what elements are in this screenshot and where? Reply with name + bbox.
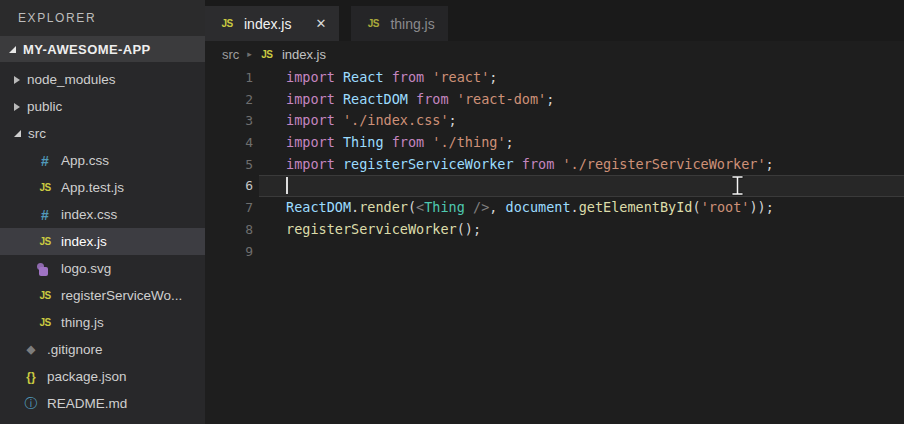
code-token: Thing xyxy=(424,199,465,215)
code-token: import xyxy=(286,91,335,107)
tree-item-label: public xyxy=(27,99,62,114)
tree-item-label: registerServiceWo... xyxy=(61,288,182,303)
json-file-icon: {} xyxy=(22,370,40,384)
line-number: 6 xyxy=(205,175,253,197)
code-token: < xyxy=(416,199,424,215)
code-token: registerServiceWorker xyxy=(343,156,514,172)
code-token: 'root' xyxy=(701,199,750,215)
tree-item-logo-svg[interactable]: logo.svg xyxy=(0,255,205,282)
code-token: './index.css' xyxy=(343,112,449,128)
code-line-4[interactable]: 4import Thing from './thing'; xyxy=(205,132,904,154)
code-line-5[interactable]: 5import registerServiceWorker from './re… xyxy=(205,154,904,176)
js-file-icon: JS xyxy=(36,236,54,247)
code-token: render xyxy=(359,199,408,215)
code-token xyxy=(335,112,343,128)
tab-index-js[interactable]: JSindex.js✕ xyxy=(205,6,339,41)
breadcrumb: src ▸ JS index.js xyxy=(205,41,904,67)
tree-item-src[interactable]: src xyxy=(0,120,205,147)
tree-item-yarn-lock[interactable]: yarn.lock xyxy=(0,417,205,424)
line-content: import Thing from './thing'; xyxy=(286,132,514,154)
line-number: 3 xyxy=(205,110,253,132)
tab-bar: JSindex.js✕JSthing.js xyxy=(205,0,904,41)
tree-item-label: index.css xyxy=(61,207,117,222)
file-tree: node_modulespublicsrc#App.cssJSApp.test.… xyxy=(0,62,205,424)
code-token xyxy=(449,91,457,107)
tree-item-readme-md[interactable]: ⓘREADME.md xyxy=(0,390,205,417)
code-token xyxy=(384,69,392,85)
code-token: )); xyxy=(749,199,773,215)
code-line-3[interactable]: 3import './index.css'; xyxy=(205,110,904,132)
tree-item-label: index.js xyxy=(61,234,107,249)
close-icon[interactable]: ✕ xyxy=(315,16,326,31)
code-token: ; xyxy=(449,112,457,128)
js-file-icon: JS xyxy=(260,49,274,60)
editor-group: JSindex.js✕JSthing.js src ▸ JS index.js … xyxy=(205,0,904,424)
info-file-icon: ⓘ xyxy=(22,395,40,413)
tree-item-app-test-js[interactable]: JSApp.test.js xyxy=(0,174,205,201)
line-content: import React from 'react'; xyxy=(286,67,497,89)
chevron-collapsed-icon[interactable] xyxy=(14,76,20,84)
code-token: registerServiceWorker xyxy=(286,221,457,237)
tree-item-app-css[interactable]: #App.css xyxy=(0,147,205,174)
code-token: . xyxy=(351,199,359,215)
breadcrumb-folder[interactable]: src xyxy=(222,47,239,62)
line-number: 9 xyxy=(205,241,253,263)
code-token: ( xyxy=(408,199,416,215)
js-file-icon: JS xyxy=(36,317,54,328)
tree-item-label: App.test.js xyxy=(61,180,124,195)
code-token: from xyxy=(522,156,555,172)
project-folder-label: MY-AWESOME-APP xyxy=(23,42,151,57)
tree-item-index-js[interactable]: JSindex.js xyxy=(0,228,205,255)
tree-item-label: node_modules xyxy=(27,72,116,87)
code-token xyxy=(335,91,343,107)
line-content: registerServiceWorker(); xyxy=(286,219,481,241)
tab-thing-js[interactable]: JSthing.js xyxy=(351,6,447,41)
tree-item-thing-js[interactable]: JSthing.js xyxy=(0,309,205,336)
tree-item-registerservicewo[interactable]: JSregisterServiceWo... xyxy=(0,282,205,309)
tree-item-label: package.json xyxy=(47,369,127,384)
code-token: (); xyxy=(457,221,481,237)
breadcrumb-file[interactable]: index.js xyxy=(282,47,326,62)
line-number: 5 xyxy=(205,154,253,176)
code-token: ReactDOM xyxy=(286,199,351,215)
code-token xyxy=(384,134,392,150)
code-line-7[interactable]: 7ReactDOM.render(<Thing />, document.get… xyxy=(205,197,904,219)
tree-item-public[interactable]: public xyxy=(0,93,205,120)
code-token: 'react-dom' xyxy=(457,91,546,107)
code-token: ; xyxy=(546,91,554,107)
tree-item-node-modules[interactable]: node_modules xyxy=(0,66,205,93)
css-file-icon: # xyxy=(36,207,54,223)
js-file-icon: JS xyxy=(364,18,382,29)
code-editor[interactable]: 1import React from 'react';2import React… xyxy=(205,67,904,424)
code-line-6[interactable]: 6 xyxy=(205,175,904,197)
tree-item-label: App.css xyxy=(61,153,109,168)
code-token xyxy=(408,91,416,107)
explorer-panel-title: EXPLORER xyxy=(0,0,205,36)
code-token: document xyxy=(506,199,571,215)
code-line-8[interactable]: 8registerServiceWorker(); xyxy=(205,219,904,241)
tree-item-label: thing.js xyxy=(61,315,104,330)
code-line-9[interactable]: 9 xyxy=(205,241,904,263)
code-token: ; xyxy=(489,69,497,85)
vscode-window: EXPLORER MY-AWESOME-APP node_modulespubl… xyxy=(0,0,904,424)
line-number: 7 xyxy=(205,197,253,219)
code-token: ReactDOM xyxy=(343,91,408,107)
code-line-1[interactable]: 1import React from 'react'; xyxy=(205,67,904,89)
tree-item-package-json[interactable]: {}package.json xyxy=(0,363,205,390)
code-token: . xyxy=(571,199,579,215)
tree-item-gitignore[interactable]: ◆.gitignore xyxy=(0,336,205,363)
code-line-2[interactable]: 2import ReactDOM from 'react-dom'; xyxy=(205,89,904,111)
tree-item-index-css[interactable]: #index.css xyxy=(0,201,205,228)
code-token: from xyxy=(392,134,425,150)
project-folder-header[interactable]: MY-AWESOME-APP xyxy=(0,36,205,62)
code-token: import xyxy=(286,156,335,172)
line-content: ReactDOM.render(<Thing />, document.getE… xyxy=(286,197,774,219)
code-token xyxy=(335,134,343,150)
chevron-collapsed-icon[interactable] xyxy=(14,103,20,111)
code-token: import xyxy=(286,69,335,85)
tab-separator xyxy=(339,0,351,41)
chevron-expanded-icon[interactable] xyxy=(14,130,21,137)
js-file-icon: JS xyxy=(36,290,54,301)
tree-item-label: .gitignore xyxy=(47,342,103,357)
text-caret xyxy=(286,177,288,194)
